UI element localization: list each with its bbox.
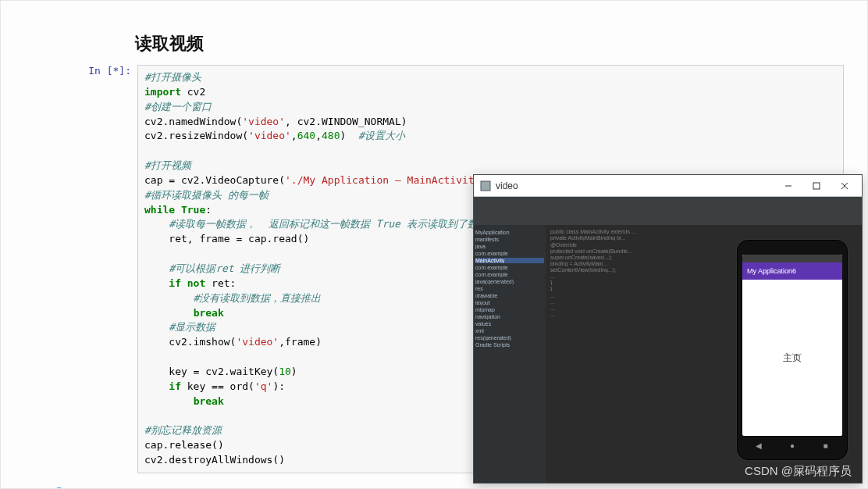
markdown-cell: 读取视频 [135, 32, 844, 55]
tree-item[interactable]: res(generated) [475, 335, 544, 341]
tree-item[interactable]: mipmap [475, 307, 544, 312]
cell-prompt: In [*]: [57, 65, 137, 77]
tree-item[interactable]: MyApplication [475, 230, 544, 235]
tree-item[interactable]: com.example [475, 251, 544, 256]
app-main-text: 主页 [742, 280, 842, 436]
tree-item[interactable]: MainActivity [475, 258, 544, 263]
recent-icon[interactable]: ■ [820, 440, 831, 451]
tree-item[interactable]: manifests [475, 237, 544, 242]
window-icon [480, 180, 491, 191]
close-button[interactable] [831, 175, 859, 196]
tree-item[interactable]: Gradle Scripts [475, 342, 544, 348]
tree-item[interactable]: values [475, 321, 544, 327]
tree-item[interactable]: com.example [475, 272, 544, 277]
tree-item[interactable]: java(generated) [475, 279, 544, 284]
editor-line: public class MainActivity extends ... [550, 229, 857, 234]
nav-bar[interactable]: ◀ ● ■ [742, 438, 842, 452]
window-titlebar[interactable]: video [474, 175, 862, 197]
tree-item[interactable]: com.example [475, 265, 544, 270]
tree-item[interactable]: drawable [475, 293, 544, 298]
video-window[interactable]: video MyApplication manifests java com.e… [473, 174, 863, 484]
tree-item[interactable]: xml [475, 328, 544, 334]
status-bar [742, 255, 842, 262]
tree-item[interactable]: java [475, 244, 544, 249]
emulator-screen[interactable]: My Application6 主页 [742, 255, 842, 436]
svg-rect-0 [481, 181, 490, 191]
ide-toolbar[interactable] [474, 197, 862, 226]
app-bar: My Application6 [742, 262, 842, 280]
back-icon[interactable]: ◀ [753, 440, 764, 451]
cell-heading: 读取视频 [135, 32, 844, 55]
svg-rect-2 [813, 183, 820, 189]
tree-item[interactable]: layout [475, 300, 544, 305]
window-title: video [496, 180, 774, 191]
project-tree[interactable]: MyApplication manifests java com.example… [474, 225, 546, 483]
watermark: CSDN @屎码程序员 [745, 464, 852, 479]
tree-item[interactable]: navigation [475, 314, 544, 319]
ide-body: MyApplication manifests java com.example… [474, 197, 862, 483]
page-root: 读取视频 In [*]: #打开摄像头 import cv2 #创建一个窗口 c… [0, 0, 868, 489]
maximize-button[interactable] [802, 175, 831, 196]
tree-item[interactable]: res [475, 286, 544, 291]
minimize-button[interactable] [774, 175, 802, 196]
phone-emulator[interactable]: My Application6 主页 ◀ ● ■ [737, 240, 848, 460]
home-icon[interactable]: ● [787, 440, 798, 451]
